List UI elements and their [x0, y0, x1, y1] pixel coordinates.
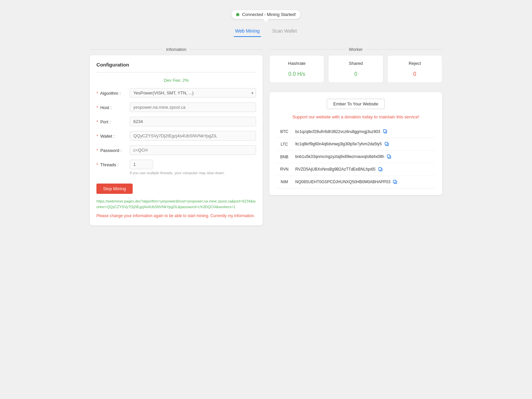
crypto-table: BTC bc1qzqtkcf28ufrr6dh3822vcz6ru8ggmvgj… — [276, 126, 436, 189]
nim-address: NQ08SUEHT0GSPCDJHUNXQ50HB0M0ABHAPP03 — [293, 176, 436, 188]
nim-copy-icon[interactable] — [393, 180, 398, 185]
rvn-copy-icon[interactable] — [378, 167, 383, 172]
password-input[interactable] — [130, 145, 256, 155]
password-label: * Password : — [96, 145, 130, 153]
worker-section-header: Worker — [269, 47, 442, 52]
wallet-input[interactable] — [130, 131, 256, 141]
shared-value: 0 — [334, 71, 377, 77]
algorithm-label: * Algorithm : — [96, 88, 130, 96]
status-bar: Connected - Mining Started! — [90, 10, 442, 19]
info-section: Infomation Configuration Dev Fee: 2% * A… — [90, 47, 263, 225]
bnb-copy-icon[interactable] — [387, 154, 392, 160]
tabs-container: Web Mining Scan Wallet — [90, 26, 442, 37]
stat-card-shared: Shared 0 — [328, 55, 383, 83]
btc-address: bc1qzqtkcf28ufrr6dh3822vcz6ru8ggmvgj3uz9… — [293, 126, 436, 138]
crypto-row-rvn: RVN RVZD5AjUBXoNnsBg9B2AzTTdEeBNLfqs65 — [276, 163, 436, 176]
reject-value: 0 — [393, 71, 437, 77]
svg-rect-7 — [378, 168, 381, 170]
embed-button[interactable]: Ember To Your Website — [327, 99, 384, 109]
status-dot — [236, 13, 239, 16]
status-label: Connected - Mining Started! — [242, 12, 296, 17]
main-sections: Infomation Configuration Dev Fee: 2% * A… — [90, 47, 442, 225]
config-title: Configuration — [96, 62, 256, 67]
svg-rect-9 — [393, 180, 396, 183]
threads-hint: If you use multiple threads, your comput… — [130, 171, 225, 176]
crypto-row-btc: BTC bc1qzqtkcf28ufrr6dh3822vcz6ru8ggmvgj… — [276, 126, 436, 138]
threads-label: * Threads : — [96, 160, 130, 167]
bnb-address: bnb1u5k33qnmcmgzyztaj9x89wzrnavxqls8d4x0… — [293, 151, 436, 163]
nim-label: NIM — [276, 176, 293, 188]
wallet-row: * Wallet : — [96, 131, 256, 141]
tab-web-mining[interactable]: Web Mining — [234, 26, 261, 37]
svg-rect-1 — [383, 130, 386, 132]
ltc-copy-icon[interactable] — [384, 142, 390, 147]
shared-label: Shared — [334, 61, 377, 66]
host-input[interactable] — [130, 102, 256, 112]
ltc-address: ltc1q8krf9g60n4q6dvnwg3lg30lp5e7yfvm2da5… — [293, 138, 436, 151]
threads-row: * Threads : If you use multiple threads,… — [96, 160, 256, 176]
threads-input[interactable] — [130, 160, 153, 169]
tab-scan-wallet[interactable]: Scan Wallet — [271, 26, 298, 37]
dev-fee: Dev Fee: 2% — [96, 78, 256, 83]
config-divider — [96, 72, 256, 72]
status-arrow — [263, 19, 269, 22]
host-row: * Host : — [96, 102, 256, 112]
stat-card-reject: Reject 0 — [387, 55, 442, 83]
stats-grid: Hashrate 0.0 H/s Shared 0 Reject 0 — [269, 55, 442, 83]
wallet-label: * Wallet : — [96, 131, 130, 139]
info-section-header: Infomation — [90, 47, 263, 52]
rvn-address: RVZD5AjUBXoNnsBg9B2AzTTdEeBNLfqs65 — [293, 163, 436, 176]
configuration-card: Configuration Dev Fee: 2% * Algorithm : … — [90, 55, 263, 225]
mining-url: https://webminer.pages.dev?algorithm=yes… — [96, 199, 256, 209]
threads-wrapper: If you use multiple threads, your comput… — [130, 160, 225, 176]
status-badge: Connected - Mining Started! — [231, 10, 301, 19]
password-row: * Password : — [96, 145, 256, 155]
svg-rect-3 — [385, 142, 387, 145]
btc-label: BTC — [276, 126, 293, 138]
host-label: * Host : — [96, 102, 130, 110]
support-text: Support our website with a donation toda… — [276, 114, 436, 120]
svg-rect-5 — [387, 155, 390, 158]
algorithm-select-wrapper: YesPower(VISH, SMT, YTN, ...) ▾ — [130, 88, 256, 98]
page-wrapper: Connected - Mining Started! Web Mining S… — [83, 0, 449, 232]
rvn-label: RVN — [276, 163, 293, 176]
required-star: * — [96, 91, 98, 96]
embed-card: Ember To Your Website Support our websit… — [269, 92, 442, 195]
warning-text: Please change your information again to … — [96, 213, 256, 219]
crypto-row-bnb: BNB bnb1u5k33qnmcmgzyztaj9x89wzrnavxqls8… — [276, 151, 436, 163]
crypto-row-ltc: LTC ltc1q8krf9g60n4q6dvnwg3lg30lp5e7yfvm… — [276, 138, 436, 151]
hashrate-label: Hashrate — [275, 61, 319, 66]
port-label: * Port : — [96, 117, 130, 124]
hashrate-value: 0.0 H/s — [275, 71, 319, 77]
stop-mining-button[interactable]: Stop Mining — [96, 184, 133, 194]
algorithm-row: * Algorithm : YesPower(VISH, SMT, YTN, .… — [96, 88, 256, 98]
bnb-label: BNB — [276, 151, 293, 163]
stat-card-hashrate: Hashrate 0.0 H/s — [269, 55, 324, 83]
btc-copy-icon[interactable] — [383, 129, 388, 134]
algorithm-select[interactable]: YesPower(VISH, SMT, YTN, ...) — [130, 88, 256, 98]
reject-label: Reject — [393, 61, 437, 66]
port-input[interactable] — [130, 117, 256, 126]
port-row: * Port : — [96, 117, 256, 126]
ltc-label: LTC — [276, 138, 293, 151]
worker-section: Worker Hashrate 0.0 H/s Shared 0 Reject — [269, 47, 442, 225]
worker-content: Hashrate 0.0 H/s Shared 0 Reject 0 Ember… — [269, 55, 442, 195]
crypto-row-nim: NIM NQ08SUEHT0GSPCDJHUNXQ50HB0M0ABHAPP03 — [276, 176, 436, 188]
